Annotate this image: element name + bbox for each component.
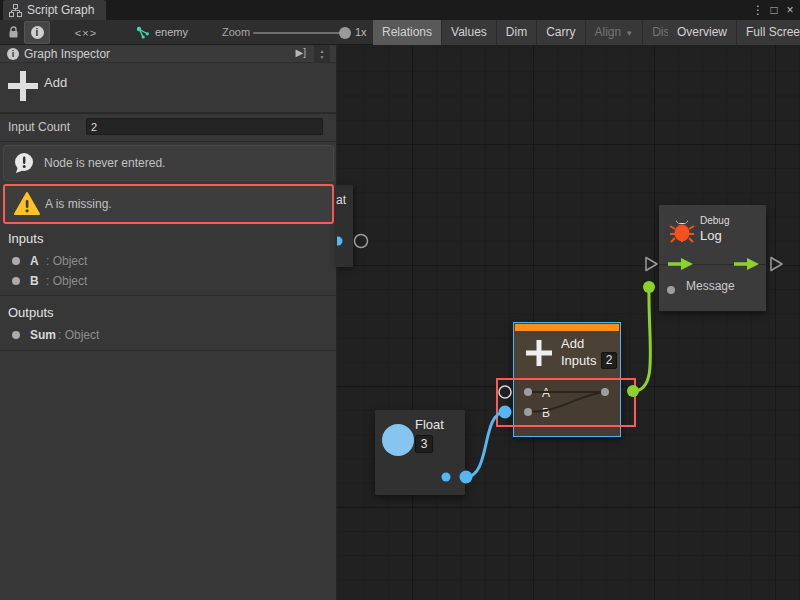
speech-bubble-icon xyxy=(13,152,35,174)
scrubber-control[interactable]: ▲ ▼ xyxy=(314,45,330,63)
script-graph-icon xyxy=(9,4,22,17)
zoom-slider-track[interactable] xyxy=(253,32,345,34)
node-title: at xyxy=(336,193,346,207)
dock-icon[interactable]: ▶] xyxy=(296,47,306,58)
carry-button[interactable]: Carry xyxy=(537,20,585,45)
port-dot-icon xyxy=(12,331,20,339)
inputs-header: Inputs xyxy=(8,231,43,246)
maximize-icon[interactable]: □ xyxy=(766,3,782,17)
align-dropdown[interactable]: Align▼ xyxy=(586,20,644,45)
close-icon[interactable]: × xyxy=(782,3,798,17)
input-port-row-a: A Object xyxy=(0,252,336,270)
graph-inspector-panel: i Graph Inspector ▶] ▲ ▼ Add Input Count xyxy=(0,45,337,600)
input-count-label: Input Count xyxy=(8,120,70,134)
divider xyxy=(0,295,336,296)
unconnected-port-circle[interactable] xyxy=(355,235,368,248)
lock-icon[interactable] xyxy=(4,20,22,45)
port-dot-icon xyxy=(12,257,20,265)
graph-reference-icon xyxy=(134,20,152,45)
float-node[interactable]: Float 3 xyxy=(375,410,465,495)
divider xyxy=(0,350,336,351)
info-icon: i xyxy=(7,48,19,60)
float-type-icon xyxy=(382,424,414,456)
add-node-icon xyxy=(526,340,552,366)
port-type: Object xyxy=(46,274,87,288)
window-menu-icon[interactable]: ⋮ xyxy=(750,3,766,17)
navigation-group: Overview Full Screen xyxy=(668,20,800,45)
zoom-value: 1x xyxy=(355,20,367,45)
port-type: Object xyxy=(46,254,87,268)
warning-message-box: A is missing. xyxy=(3,184,334,224)
node-title: Log xyxy=(700,228,722,243)
info-message-box: Node is never entered. xyxy=(3,145,334,181)
code-view-icon[interactable]: <×> xyxy=(66,20,106,45)
add-node-icon xyxy=(8,69,38,103)
wire-sum-to-message[interactable] xyxy=(633,287,650,391)
port-name: Sum xyxy=(30,328,56,342)
overview-button[interactable]: Overview xyxy=(668,20,737,45)
zoom-slider-handle[interactable] xyxy=(339,27,351,39)
info-icon: i xyxy=(31,26,44,39)
debug-log-node[interactable]: Debug Log Message xyxy=(659,205,766,311)
port-name: A xyxy=(30,254,39,268)
unity-script-graph-window: Script Graph ⋮ □ × i <×> xyxy=(0,0,800,600)
input-count-badge: 2 xyxy=(601,352,617,369)
inspector-toggle-button[interactable]: i xyxy=(24,21,50,44)
port-type: Object xyxy=(58,328,99,342)
input-count-field[interactable] xyxy=(86,118,323,135)
input-count-row: Input Count xyxy=(0,114,336,141)
error-highlight-rect xyxy=(496,378,636,427)
graph-canvas[interactable]: at Float 3 Add Inputs 2 A B xyxy=(337,45,800,600)
zoom-label: Zoom xyxy=(222,20,250,45)
float-value-field[interactable]: 3 xyxy=(415,435,433,453)
flow-output-triangle[interactable] xyxy=(771,258,782,271)
flow-input-triangle[interactable] xyxy=(646,258,657,271)
port-dot-icon xyxy=(12,277,20,285)
window-controls: ⋮ □ × xyxy=(750,0,798,20)
wire-endpoint-dot[interactable] xyxy=(643,281,655,293)
chevron-down-icon: ▼ xyxy=(625,29,633,38)
inspector-header: i Graph Inspector ▶] ▲ ▼ xyxy=(0,45,336,63)
tab-script-graph[interactable]: Script Graph xyxy=(3,0,106,20)
input-port-row-b: B Object xyxy=(0,272,336,290)
warning-triangle-icon xyxy=(14,192,40,216)
node-title: Inputs xyxy=(561,353,596,368)
node-title: Debug xyxy=(700,215,729,226)
title-bar: Script Graph ⋮ □ × xyxy=(0,0,800,20)
warning-message-text: A is missing. xyxy=(45,197,112,211)
node-header-accent xyxy=(515,324,619,331)
values-button[interactable]: Values xyxy=(442,20,497,45)
tab-title: Script Graph xyxy=(27,3,94,17)
partial-float-node[interactable]: at xyxy=(335,185,353,267)
outputs-header: Outputs xyxy=(8,305,54,320)
info-message-text: Node is never entered. xyxy=(44,156,165,170)
scrub-down-icon[interactable]: ▼ xyxy=(320,54,325,60)
relations-button[interactable]: Relations xyxy=(373,20,442,45)
graph-toolbar: i <×> enemy Zoom 1x Relations Values Dim… xyxy=(0,20,800,45)
node-title: Float xyxy=(415,417,444,432)
node-title: Add xyxy=(561,336,584,351)
divider xyxy=(659,264,766,265)
fullscreen-button[interactable]: Full Screen xyxy=(737,20,800,45)
port-name: B xyxy=(30,274,39,288)
message-port-label: Message xyxy=(686,279,735,293)
selected-node-header: Add xyxy=(0,63,336,113)
bug-icon xyxy=(669,217,695,245)
output-port-row-sum: Sum Object xyxy=(0,326,336,344)
dim-button[interactable]: Dim xyxy=(497,20,537,45)
graph-name-breadcrumb[interactable]: enemy xyxy=(155,20,188,45)
selected-node-title: Add xyxy=(44,75,67,90)
inspector-title: Graph Inspector xyxy=(24,47,110,61)
divider xyxy=(0,141,336,142)
